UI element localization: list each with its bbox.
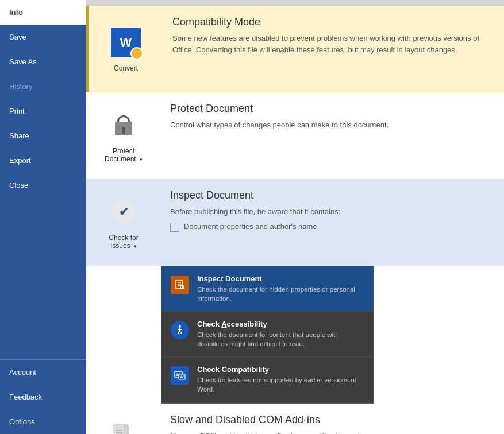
top-bar [86,0,504,6]
bullet-checkbox [170,223,179,232]
svg-line-5 [183,288,184,289]
inspect-description: Before publishing this file, be aware th… [170,206,495,218]
sidebar-item-options[interactable]: Options [0,409,86,434]
accessibility-text: Check Accessibility Check the document f… [197,320,365,348]
accessibility-title: Check Accessibility [197,320,365,328]
sidebar-item-print[interactable]: Print [0,99,86,123]
com-addins-title: Slow and Disabled COM Add-ins [170,414,495,426]
sidebar-item-save[interactable]: Save [0,25,86,49]
check-issues-dropdown: Inspect Document Check the document for … [161,266,374,404]
svg-point-4 [180,285,184,289]
com-addins-content: Slow and Disabled COM Add-ins Manage COM… [161,404,504,434]
compat-description: Some new features are disabled to preven… [172,33,495,55]
svg-line-10 [181,332,182,334]
sidebar-item-export[interactable]: Export [0,148,86,173]
com-addins-icon [106,419,141,434]
compatibility-text: Check Compatibility Check for features n… [197,365,365,394]
svg-line-9 [178,332,179,334]
inspect-doc-title: Inspect Document [197,274,365,283]
convert-button[interactable]: W Convert [89,6,163,92]
lock-icon [106,108,141,142]
com-addins-description: Manage COM add-ins that are affecting yo… [170,431,495,434]
sidebar-item-account[interactable]: Account [0,360,86,385]
dropdown-item-inspect[interactable]: Inspect Document Check the document for … [161,266,373,312]
compatibility-icon: W W [170,365,190,386]
inspect-doc-icon [170,274,190,295]
protect-description: Control what types of changes people can… [170,119,495,131]
sidebar-item-info[interactable]: Info [0,0,86,25]
protect-title: Protect Document [170,103,495,115]
sidebar-item-close[interactable]: Close [0,173,86,197]
inspect-title: Inspect Document [170,189,495,202]
dropdown-item-compatibility[interactable]: W W Check Compatibility Check for featur… [161,357,373,402]
protect-content: Protect Document Control what types of c… [161,92,504,141]
svg-text:W: W [180,375,184,379]
inspect-doc-text: Inspect Document Check the document for … [197,274,365,303]
sidebar-item-history[interactable]: History [0,74,86,99]
compatibility-desc: Check for features not supported by earl… [197,375,365,394]
inspect-content: Inspect Document Before publishing this … [161,179,504,242]
manage-com-button[interactable]: ManageCOM Add-ins [86,404,161,434]
check-for-issues-button[interactable]: ✔ Check forIssues ▾ [86,179,161,265]
com-addins-section: ManageCOM Add-ins Slow and Disabled COM … [86,404,504,434]
inspect-bullet: Document properties and author's name [170,222,495,232]
compat-title: Compatibility Mode [172,16,495,28]
protect-label: ProtectDocument ▾ [105,147,143,163]
sidebar: Info Save Save As History Print Share Ex… [0,0,86,434]
sidebar-item-share[interactable]: Share [0,123,86,148]
dropdown-item-accessibility[interactable]: Check Accessibility Check the document f… [161,312,373,357]
accessibility-icon [170,320,190,340]
inspect-doc-desc: Check the document for hidden properties… [197,285,365,303]
main-content: W Convert Compatibility Mode Some new fe… [86,0,504,434]
compatibility-title: Check Compatibility [197,365,365,374]
convert-label: Convert [114,64,138,72]
sidebar-item-feedback[interactable]: Feedback [0,385,86,409]
protect-document-button[interactable]: ProtectDocument ▾ [86,92,161,179]
svg-point-6 [179,326,181,328]
protect-section: ProtectDocument ▾ Protect Document Contr… [86,92,504,179]
accessibility-desc: Check the document for content that peop… [197,330,365,348]
check-issues-icon: ✔ [106,195,141,229]
compat-section: W Convert Compatibility Mode Some new fe… [86,6,504,92]
compat-content: Compatibility Mode Some new features are… [163,6,504,65]
check-issues-label: Check forIssues ▾ [109,234,138,250]
sidebar-item-save-as[interactable]: Save As [0,49,86,74]
inspect-section: ✔ Check forIssues ▾ Inspect Document Bef… [86,179,504,266]
word-convert-icon: W [109,25,143,60]
